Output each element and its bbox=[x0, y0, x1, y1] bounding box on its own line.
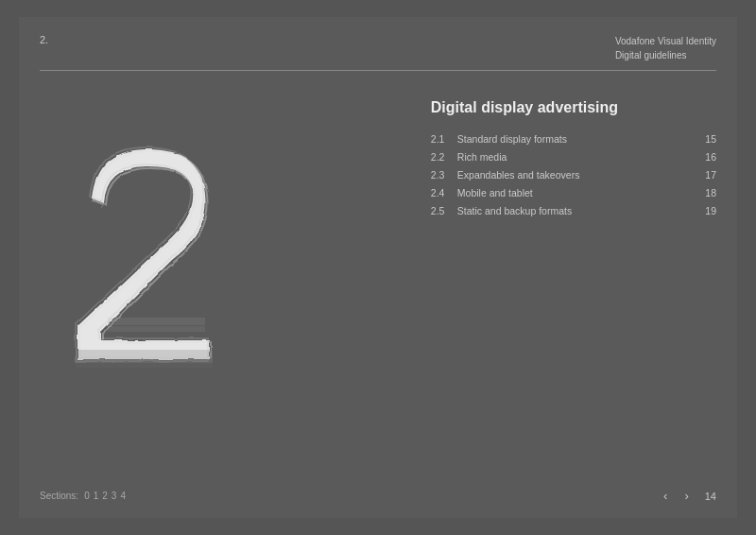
sections-dots: 01234 bbox=[84, 491, 126, 501]
sections-label: Sections: bbox=[40, 491, 78, 501]
header-line2: Digital guidelines bbox=[615, 48, 716, 62]
section-dot[interactable]: 3 bbox=[112, 491, 117, 501]
svg-rect-1 bbox=[76, 362, 213, 368]
number-2-graphic bbox=[40, 123, 248, 444]
left-section bbox=[40, 71, 412, 477]
toc-item-page: 17 bbox=[697, 169, 716, 181]
toc-item[interactable]: 2.4 Mobile and tablet 18 bbox=[431, 187, 716, 198]
toc-item-page: 19 bbox=[697, 205, 716, 216]
toc-item-label: Mobile and tablet bbox=[457, 187, 697, 198]
toc-item-number: 2.2 bbox=[431, 151, 457, 163]
section-dot[interactable]: 4 bbox=[120, 491, 126, 501]
toc-item-label: Rich media bbox=[457, 151, 697, 163]
page-footer: Sections: 01234 ‹ › 14 bbox=[19, 477, 737, 518]
toc-list: 2.1 Standard display formats 15 2.2 Rich… bbox=[431, 133, 716, 216]
toc-item-number: 2.4 bbox=[431, 187, 457, 198]
nav-arrows: ‹ › bbox=[659, 487, 694, 505]
page: 2. Vodafone Visual Identity Digital guid… bbox=[19, 17, 737, 518]
page-number-bottom: 14 bbox=[705, 491, 716, 502]
toc-item[interactable]: 2.2 Rich media 16 bbox=[431, 151, 716, 163]
toc-item-page: 15 bbox=[697, 133, 716, 145]
toc-item[interactable]: 2.1 Standard display formats 15 bbox=[431, 133, 716, 145]
toc-item-page: 18 bbox=[697, 187, 716, 198]
toc-item-number: 2.3 bbox=[431, 169, 457, 181]
toc-item[interactable]: 2.5 Static and backup formats 19 bbox=[431, 205, 716, 216]
toc-item-label: Static and backup formats bbox=[457, 205, 697, 216]
sections-area: Sections: 01234 bbox=[40, 491, 126, 501]
toc-item-page: 16 bbox=[697, 151, 716, 163]
header-title: Vodafone Visual Identity Digital guideli… bbox=[615, 34, 716, 62]
toc-title: Digital display advertising bbox=[431, 99, 716, 116]
page-number-top: 2. bbox=[40, 34, 48, 45]
header-line1: Vodafone Visual Identity bbox=[615, 34, 716, 48]
next-arrow[interactable]: › bbox=[679, 487, 693, 505]
section-dot[interactable]: 0 bbox=[84, 491, 90, 501]
svg-rect-0 bbox=[76, 350, 213, 363]
right-section: Digital display advertising 2.1 Standard… bbox=[412, 71, 716, 477]
page-content: Digital display advertising 2.1 Standard… bbox=[19, 71, 737, 477]
toc-item-label: Expandables and takeovers bbox=[457, 169, 697, 181]
toc-item-label: Standard display formats bbox=[457, 133, 697, 145]
number-2-svg bbox=[40, 123, 248, 444]
toc-item-number: 2.5 bbox=[431, 205, 457, 216]
page-header: 2. Vodafone Visual Identity Digital guid… bbox=[19, 17, 737, 62]
prev-arrow[interactable]: ‹ bbox=[659, 487, 672, 505]
section-dot[interactable]: 2 bbox=[102, 491, 108, 501]
toc-item-number: 2.1 bbox=[431, 133, 457, 145]
section-dot[interactable]: 1 bbox=[94, 491, 99, 501]
toc-item[interactable]: 2.3 Expandables and takeovers 17 bbox=[431, 169, 716, 181]
